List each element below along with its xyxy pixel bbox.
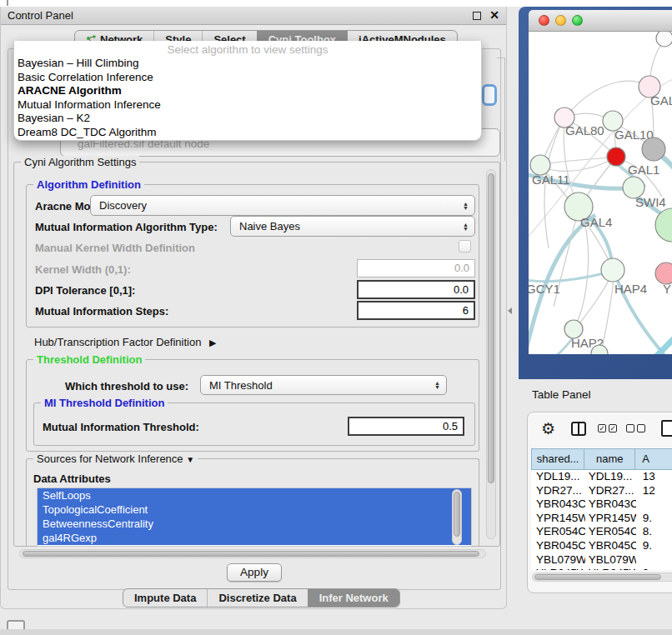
table-row[interactable]: YPR145WYPR145W9. — [531, 512, 672, 526]
settings-horizontal-scrollbar[interactable] — [19, 549, 486, 558]
node-label: GAL11 — [532, 172, 570, 187]
tab-discretize-data[interactable]: Discretize Data — [207, 589, 307, 607]
network-graph: GALGAL80GAL10GAL1GAL11SWI4GAL4GCY1HAP4YH… — [529, 32, 672, 354]
table-row[interactable]: YDR27...YDR27...12 — [531, 484, 672, 498]
tab-impute-data[interactable]: Impute Data — [123, 589, 207, 607]
table-cell: YER054C — [531, 525, 585, 539]
table-cell: YBR045C — [531, 539, 585, 553]
collapse-arrow-icon[interactable]: ▼ — [186, 455, 194, 464]
tab-infer-network[interactable]: Infer Network — [308, 589, 399, 607]
column-header-name[interactable]: name — [584, 448, 635, 470]
table-cell: YBL079W — [531, 553, 585, 568]
network-canvas[interactable]: GALGAL80GAL10GAL1GAL11SWI4GAL4GCY1HAP4YH… — [529, 32, 672, 354]
table-cell: 8. — [636, 525, 672, 539]
cyni-algorithm-settings-group: Cyni Algorithm Settings Algorithm Defini… — [13, 162, 500, 547]
table-cell — [636, 498, 672, 512]
network-window-titlebar[interactable] — [529, 10, 672, 32]
node-label: GAL80 — [565, 123, 604, 138]
algorithm-option[interactable]: Bayesian – K2 — [14, 112, 481, 126]
table-cell: YLR345W — [585, 567, 636, 570]
minimize-traffic-light-icon[interactable] — [555, 15, 566, 26]
node-label: GAL1 — [628, 162, 659, 177]
mi-threshold-title: MI Threshold Definition — [41, 397, 168, 409]
algorithm-dropdown: Select algorithm to view settings Bayesi… — [13, 41, 482, 141]
table-cell: YDL19... — [531, 470, 585, 484]
table-cell: YBR045C — [585, 539, 636, 553]
data-attribute-item[interactable]: SelfLoops — [38, 488, 471, 502]
table-panel-title: Table Panel — [532, 388, 591, 401]
columns-icon[interactable] — [571, 422, 586, 436]
apply-button[interactable]: Apply — [227, 563, 282, 582]
bottom-strip — [0, 629, 672, 635]
algorithm-option[interactable]: Dream8 DC_TDC Algorithm — [14, 126, 481, 140]
select-all-icon[interactable]: ✓ ✓ — [598, 424, 617, 432]
settings-horizontal-scrollbar-thumb[interactable] — [23, 551, 479, 557]
control-panel-title: Control Panel — [8, 9, 73, 22]
network-node[interactable] — [656, 32, 672, 47]
stepper-icon: ▲▼ — [463, 202, 469, 210]
network-node[interactable] — [607, 148, 625, 166]
manual-kernel-checkbox[interactable] — [459, 240, 471, 252]
table-row[interactable]: YBR045CYBR045C9. — [531, 539, 672, 553]
mi-threshold-group: MI Threshold Definition Mutual Informati… — [33, 402, 475, 446]
tab-infer-network-label: Infer Network — [319, 592, 389, 604]
kernel-width-field[interactable]: 0.0 — [357, 259, 475, 278]
table-horizontal-scrollbar-thumb[interactable] — [534, 574, 661, 580]
aracne-mode-combo[interactable]: Discovery ▲▼ — [90, 195, 475, 216]
dpi-tolerance-field[interactable]: 0.0 — [357, 280, 475, 299]
mi-type-value: Naive Bayes — [239, 220, 300, 232]
attributes-scrollbar[interactable] — [452, 489, 462, 545]
aracne-mode-value: Discovery — [99, 199, 147, 212]
algorithm-option[interactable]: Basic Correlation Inference — [14, 71, 481, 85]
close-traffic-light-icon[interactable] — [539, 15, 549, 26]
node-table: shared... name A YDL19...YDL19...13YDR27… — [531, 448, 672, 570]
float-window-icon[interactable] — [473, 12, 481, 20]
which-threshold-value: MI Threshold — [209, 379, 273, 392]
table-row[interactable]: YBL079WYBL079W — [531, 553, 672, 568]
table-row[interactable]: YER054CYER054C8. — [531, 525, 672, 539]
column-header-shared[interactable]: shared... — [531, 448, 584, 470]
which-threshold-combo[interactable]: MI Threshold ▲▼ — [200, 375, 447, 395]
deselect-all-icon[interactable] — [626, 424, 645, 432]
table-row[interactable]: YBR043CYBR043C — [531, 498, 672, 512]
attributes-scrollbar-thumb[interactable] — [454, 492, 460, 537]
network-view-window: GALGAL80GAL10GAL1GAL11SWI4GAL4GCY1HAP4YH… — [519, 7, 672, 379]
table-horizontal-scrollbar[interactable] — [532, 572, 672, 582]
table-header-row: shared... name A — [531, 448, 672, 470]
mi-steps-field[interactable]: 6 — [357, 301, 475, 320]
panel-collapse-arrow[interactable] — [508, 308, 512, 314]
settings-vertical-scrollbar[interactable] — [486, 169, 496, 539]
mi-type-combo[interactable]: Naive Bayes ▲▼ — [230, 216, 475, 237]
data-attributes-label: Data Attributes — [33, 472, 111, 485]
settings-vertical-scrollbar-thumb[interactable] — [488, 173, 494, 483]
unchecked-box-icon — [626, 424, 634, 432]
control-panel-titlebar[interactable]: Control Panel ✕ — [1, 7, 506, 25]
network-node[interactable] — [642, 138, 665, 161]
table-cell: YDL19... — [585, 470, 636, 484]
data-attribute-item[interactable]: gal4RGexp — [38, 531, 471, 545]
gear-icon[interactable]: ⚙ — [541, 419, 555, 438]
table-cell: YDR27... — [531, 484, 585, 498]
table-row[interactable]: YLR345WYLR345W9. — [531, 567, 672, 570]
data-attribute-item[interactable]: BetweennessCentrality — [38, 517, 471, 531]
data-attribute-item[interactable]: TopologicalCoefficient — [38, 502, 471, 517]
network-node[interactable] — [601, 258, 624, 282]
data-attributes-list[interactable]: SelfLoopsTopologicalCoefficientBetweenne… — [37, 488, 472, 547]
table-body: YDL19...YDL19...13YDR27...YDR27...12YBR0… — [531, 470, 672, 570]
table-cell: YBL079W — [585, 553, 636, 568]
zoom-traffic-light-icon[interactable] — [572, 15, 583, 26]
algorithm-option[interactable]: Bayesian – Hill Climbing — [14, 57, 481, 71]
tab-discretize-data-label: Discretize Data — [218, 592, 296, 604]
which-threshold-label: Which threshold to use: — [65, 380, 188, 392]
node-label: GCY1 — [529, 282, 560, 296]
column-header-partial[interactable]: A — [635, 448, 672, 470]
algorithm-option[interactable]: ARACNE Algorithm — [14, 84, 481, 98]
dpi-tolerance-label: DPI Tolerance [0,1]: — [35, 284, 135, 297]
new-table-icon[interactable] — [661, 420, 672, 437]
hub-definition-expander[interactable]: Hub/Transcription Factor Definition ▶ — [34, 336, 216, 348]
algorithm-option[interactable]: Mutual Information Inference — [14, 98, 481, 112]
mi-threshold-field[interactable]: 0.5 — [348, 417, 464, 436]
close-icon[interactable]: ✕ — [489, 8, 499, 22]
table-cell: YER054C — [585, 525, 636, 539]
table-row[interactable]: YDL19...YDL19...13 — [531, 470, 672, 484]
